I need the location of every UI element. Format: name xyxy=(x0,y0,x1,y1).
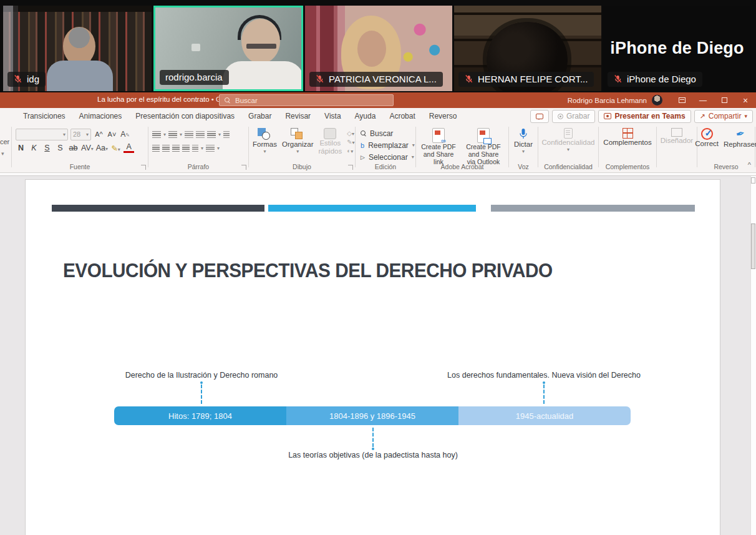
mic-muted-icon xyxy=(315,74,324,84)
columns-button[interactable] xyxy=(192,145,198,152)
timeline-callout-top-left[interactable]: Derecho de la Ilustración y Derecho roma… xyxy=(125,371,278,380)
participant-body xyxy=(47,61,113,91)
timeline-segment-2[interactable]: 1804-1896 y 1896-1945 xyxy=(286,406,458,425)
align-center-button[interactable] xyxy=(162,145,170,152)
slide-top-bar-1[interactable] xyxy=(52,205,264,212)
slide-top-bar-3[interactable] xyxy=(491,205,695,212)
video-tile-hernan[interactable]: HERNAN FELIPE CORT... xyxy=(454,6,601,91)
decrease-indent-button[interactable] xyxy=(185,131,193,138)
close-button[interactable]: × xyxy=(735,92,756,108)
video-tile-iphone[interactable]: iPhone de Diego iPhone de Diego xyxy=(603,6,751,91)
sensitivity-button[interactable]: Confidencialidad ▾ xyxy=(538,128,598,152)
tab-vista[interactable]: Vista xyxy=(317,108,347,124)
designer-button[interactable]: Diseñador xyxy=(657,128,697,145)
font-size-combobox[interactable]: 28▾ xyxy=(70,129,91,140)
dibujo-dialog-launcher[interactable] xyxy=(348,165,353,170)
text-shadow-button[interactable]: S xyxy=(55,144,65,152)
designer-icon xyxy=(671,128,682,137)
tab-transiciones[interactable]: Transiciones xyxy=(16,108,72,124)
participant-head xyxy=(63,27,95,66)
ribbon-display-options-icon xyxy=(679,97,686,103)
share-button[interactable]: ↗ Compartir ▾ xyxy=(694,110,753,123)
record-button[interactable]: Grabar xyxy=(552,110,595,123)
video-tile-patricia[interactable]: PATRICIA VERONICA L... xyxy=(305,6,452,91)
participant-name-pill: iPhone de Diego xyxy=(608,72,702,87)
replace-button[interactable]: bReemplazar▾ xyxy=(356,139,415,151)
find-icon xyxy=(361,130,366,136)
participant-name: PATRICIA VERONICA L... xyxy=(329,74,437,84)
tab-presentacion[interactable]: Presentación con diapositivas xyxy=(128,108,241,124)
text-direction-button[interactable] xyxy=(223,131,230,138)
font-color-button[interactable]: A xyxy=(124,143,134,153)
ribbon-display-options-button[interactable] xyxy=(671,92,692,108)
line-spacing-button[interactable] xyxy=(207,131,216,138)
highlight-button[interactable]: ✎▾ xyxy=(110,144,121,153)
tab-animaciones[interactable]: Animaciones xyxy=(72,108,129,124)
minimize-button[interactable]: — xyxy=(692,92,714,108)
add-ins-button[interactable]: Complementos xyxy=(599,128,656,147)
user-avatar[interactable] xyxy=(652,95,662,106)
fuente-dialog-launcher[interactable] xyxy=(141,165,146,170)
present-in-teams-button[interactable]: Presentar en Teams xyxy=(598,110,691,123)
shapes-button[interactable]: Formas ▾ xyxy=(253,128,277,155)
slide-canvas[interactable]: EVOLUCIÓN Y PERSPECTIVAS DEL DERECHO PRI… xyxy=(25,179,720,535)
slide-top-bar-2[interactable] xyxy=(268,205,476,212)
bold-button[interactable]: N xyxy=(16,144,26,152)
search-input[interactable]: Buscar xyxy=(219,94,394,106)
select-button[interactable]: ▷Seleccionar▾ xyxy=(356,151,415,163)
comments-button[interactable] xyxy=(530,110,549,123)
timeline-segment-3[interactable]: 1945-actualidad xyxy=(458,406,631,425)
shrink-font-button[interactable]: A˅ xyxy=(107,130,117,138)
change-case-button[interactable]: Aa▾ xyxy=(96,144,108,152)
search-placeholder: Buscar xyxy=(235,97,258,104)
bullets-button[interactable] xyxy=(152,131,161,138)
tab-revisar[interactable]: Revisar xyxy=(278,108,317,124)
convert-to-smartart-button[interactable] xyxy=(206,145,215,152)
pdf-mail-icon xyxy=(477,128,490,143)
font-name-combobox[interactable]: ▾ xyxy=(16,129,68,140)
scrollbar-up-button[interactable] xyxy=(751,177,755,184)
minimize-icon: — xyxy=(699,96,707,105)
group-confidencialidad: Confidencialidad ▾ Confidencialidad xyxy=(538,124,598,172)
arrange-button[interactable]: Organizar ▾ xyxy=(282,128,314,155)
align-right-button[interactable] xyxy=(172,145,180,152)
tab-reverso[interactable]: Reverso xyxy=(422,108,464,124)
video-tile-idg[interactable]: idg xyxy=(3,6,152,91)
create-pdf-share-outlook-button[interactable]: Create PDF and Share via Outlook xyxy=(463,128,503,165)
video-tile-rodrigo-active-speaker[interactable]: rodrigo.barcia xyxy=(153,6,303,91)
timeline-callout-top-right[interactable]: Los derechos fundamentales. Nueva visión… xyxy=(447,371,641,380)
find-button[interactable]: Buscar xyxy=(356,127,415,139)
justify-button[interactable] xyxy=(182,145,190,152)
italic-button[interactable]: K xyxy=(29,144,39,152)
correct-button[interactable]: ✓ Correct xyxy=(695,128,719,149)
shape-effects-button[interactable]: ◐▾ xyxy=(347,147,354,154)
rephraser-button[interactable]: ✒ Rephraser xyxy=(724,128,756,149)
group-edicion: Buscar bReemplazar▾ ▷Seleccionar▾ Edició… xyxy=(356,124,415,172)
increase-indent-button[interactable] xyxy=(196,131,205,138)
tab-grabar[interactable]: Grabar xyxy=(241,108,278,124)
collapse-ribbon-button[interactable]: ^ xyxy=(748,161,751,169)
shape-outline-button[interactable]: ✎▾ xyxy=(347,139,354,145)
strikethrough-button[interactable]: ab xyxy=(68,144,79,152)
grow-font-button[interactable]: A^ xyxy=(94,130,104,138)
ppt-title-bar: La lucha por el espíritu del contrato • … xyxy=(0,92,756,108)
user-name: Rodrigo Barcia Lehmann xyxy=(568,97,647,104)
dictate-button[interactable]: Dictar ▾ xyxy=(509,128,538,154)
create-pdf-share-link-button[interactable]: Create PDF and Share link xyxy=(420,128,457,165)
character-spacing-button[interactable]: AV▾ xyxy=(81,144,94,152)
restore-button[interactable] xyxy=(714,92,735,108)
scrollbar-thumb[interactable] xyxy=(751,223,755,269)
timeline-segment-1[interactable]: Hitos: 1789; 1804 xyxy=(114,406,286,425)
parrafo-dialog-launcher[interactable] xyxy=(241,165,246,170)
quick-styles-button[interactable]: Estilos rápidos xyxy=(318,128,342,155)
numbering-button[interactable] xyxy=(168,131,177,138)
vertical-scrollbar[interactable] xyxy=(750,176,756,535)
underline-button[interactable]: S xyxy=(42,144,52,152)
tab-acrobat[interactable]: Acrobat xyxy=(382,108,422,124)
shape-fill-button[interactable]: ◇▾ xyxy=(347,130,354,137)
slide-title[interactable]: EVOLUCIÓN Y PERSPECTIVAS DEL DERECHO PRI… xyxy=(63,260,553,282)
timeline-callout-bottom[interactable]: Las teorías objetivas (de la padectista … xyxy=(288,451,458,459)
tab-ayuda[interactable]: Ayuda xyxy=(348,108,383,124)
align-left-button[interactable] xyxy=(152,145,160,152)
clear-formatting-button[interactable]: A✎ xyxy=(120,130,130,139)
